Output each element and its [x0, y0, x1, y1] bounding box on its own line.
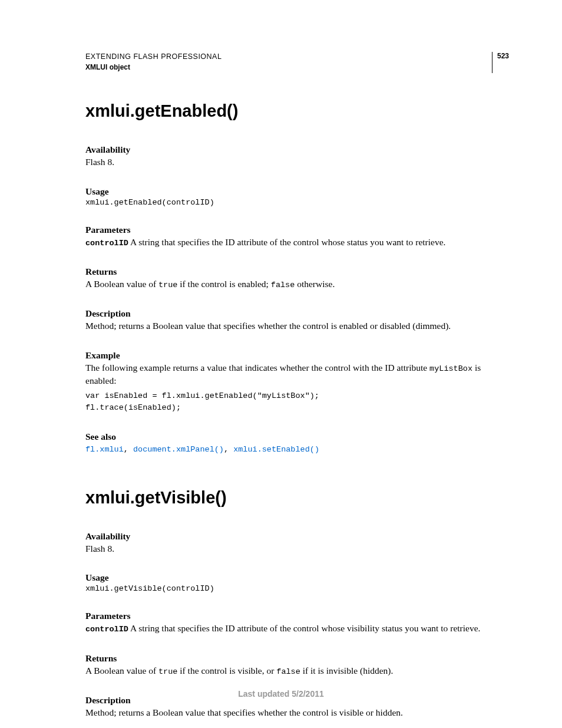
availability-text: Flash 8. [85, 156, 509, 169]
footer-updated: Last updated 5/2/2011 [0, 689, 562, 699]
returns-pre: A Boolean value of [85, 279, 158, 289]
returns-post: if it is invisible (hidden). [300, 666, 394, 676]
see-also-label: See also [85, 431, 509, 442]
description-text: Method; returns a Boolean value that spe… [85, 707, 509, 719]
sep: , [124, 445, 133, 454]
returns-text: A Boolean value of true if the control i… [85, 665, 509, 677]
method-title-getvisible: xmlui.getVisible() [85, 488, 509, 508]
returns-label: Returns [85, 266, 509, 277]
returns-label: Returns [85, 653, 509, 664]
parameters-text: controlID A string that specifies the ID… [85, 622, 509, 635]
usage-label: Usage [85, 186, 509, 197]
description-label: Description [85, 308, 509, 319]
description-text: Method; returns a Boolean value that spe… [85, 320, 509, 332]
param-desc: A string that specifies the ID attribute… [128, 237, 446, 247]
header-breadcrumb: EXTENDING FLASH PROFESSIONAL [85, 52, 222, 62]
example-pre: The following example returns a value th… [85, 363, 429, 373]
returns-code-false: false [271, 281, 295, 289]
example-code-block: var isEnabled = fl.xmlui.getEnabled("myL… [85, 390, 509, 413]
parameters-label: Parameters [85, 611, 509, 621]
param-name: controlID [85, 239, 128, 248]
usage-code: xmlui.getVisible(controlID) [85, 584, 509, 593]
returns-post: otherwise. [295, 279, 335, 289]
parameters-label: Parameters [85, 225, 509, 235]
param-desc: A string that specifies the ID attribute… [128, 623, 481, 633]
returns-mid: if the control is visible, or [177, 666, 276, 676]
availability-text: Flash 8. [85, 543, 509, 555]
usage-label: Usage [85, 572, 509, 583]
example-label: Example [85, 350, 509, 361]
returns-mid: if the control is enabled; [177, 279, 270, 289]
availability-label: Availability [85, 531, 509, 542]
page-number: 523 [492, 52, 509, 73]
method-title-getenabled: xmlui.getEnabled() [85, 101, 509, 121]
page-header: EXTENDING FLASH PROFESSIONAL XMLUI objec… [85, 52, 509, 73]
param-name: controlID [85, 625, 128, 634]
parameters-text: controlID A string that specifies the ID… [85, 236, 509, 249]
example-code-inline: myListBox [429, 364, 472, 373]
returns-pre: A Boolean value of [85, 666, 158, 676]
link-xmlui-setenabled[interactable]: xmlui.setEnabled() [233, 445, 319, 454]
returns-text: A Boolean value of true if the control i… [85, 278, 509, 291]
page: EXTENDING FLASH PROFESSIONAL XMLUI objec… [0, 0, 562, 728]
usage-code: xmlui.getEnabled(controlID) [85, 198, 509, 207]
returns-code-false: false [276, 667, 300, 676]
sep: , [224, 445, 233, 454]
see-also-links: fl.xmlui, document.xmlPanel(), xmlui.set… [85, 443, 509, 454]
example-text: The following example returns a value th… [85, 362, 509, 387]
header-object: XMLUI object [85, 62, 222, 73]
returns-code-true: true [158, 281, 177, 289]
returns-code-true: true [158, 667, 177, 676]
link-document-xmlpanel[interactable]: document.xmlPanel() [133, 445, 224, 454]
availability-label: Availability [85, 144, 509, 155]
link-fl-xmlui[interactable]: fl.xmlui [85, 445, 124, 454]
header-left: EXTENDING FLASH PROFESSIONAL XMLUI objec… [85, 52, 222, 72]
